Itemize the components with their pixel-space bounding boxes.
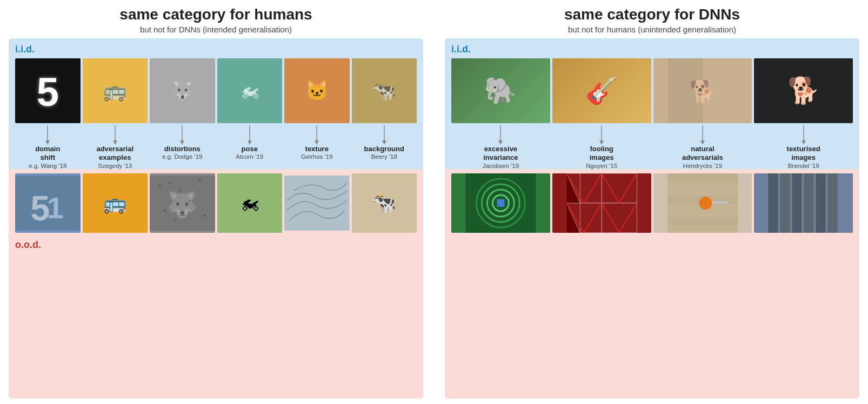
left-img-cow-top: 🐄: [352, 58, 417, 123]
left-iid-section: i.i.d. 5 5: [9, 38, 423, 170]
left-panel-title: same category for humans: [9, 5, 423, 24]
left-img-cat-icon: 🐱: [284, 58, 350, 123]
right-arrow-texturised: [754, 125, 853, 145]
svg-rect-59: [667, 217, 738, 226]
right-arrow-svg-3: [697, 125, 708, 145]
svg-marker-50: [602, 173, 637, 203]
left-arrow-pose: [217, 125, 283, 145]
left-col-texture: 🐱: [284, 58, 350, 123]
left-col-background: 🐄: [352, 58, 417, 123]
left-col-adversarial-bottom: 🚌: [83, 173, 148, 233]
left-col-domain-shift: 5 5: [15, 58, 81, 123]
arrow-svg-1: [42, 125, 53, 145]
svg-point-26: [204, 215, 206, 217]
svg-rect-55: [667, 173, 738, 183]
arrow-svg-6: [379, 125, 390, 145]
left-ref-background: Beery '18: [371, 153, 397, 160]
main-container: same category for humans but not for DNN…: [0, 0, 868, 404]
right-panel-subtitle: but not for humans (unintended generalis…: [445, 25, 859, 34]
right-lbl-invariance: excessiveinvariance: [483, 145, 518, 163]
right-arrow-svg-4: [798, 125, 809, 145]
svg-marker-8: [180, 140, 184, 145]
left-ood-label: o.o.d.: [15, 236, 417, 251]
svg-text:🐕: 🐕: [689, 78, 716, 104]
right-label-fooling: foolingimages Nguyen '15: [552, 125, 651, 170]
right-ref-fooling: Nguyen '15: [586, 163, 617, 169]
svg-rect-62: [712, 201, 728, 204]
left-img-moto-icon: 🏍: [217, 58, 283, 123]
left-img-husky-icon: 🐺: [150, 58, 215, 123]
right-img-pattern: [552, 173, 651, 233]
left-img-cow-icon: 🐄: [352, 58, 417, 123]
svg-rect-46: [497, 199, 504, 207]
svg-rect-67: [804, 173, 814, 233]
svg-text:5: 5: [37, 69, 59, 114]
right-ref-natural: Hendrycks '19: [683, 163, 723, 169]
left-img-digit-bottom: 5 1: [15, 173, 81, 233]
left-lbl-domain: domainshift: [35, 145, 60, 163]
right-label-texturised: texturisedimages Brendel '19: [754, 125, 853, 170]
svg-text:1: 1: [47, 191, 64, 225]
svg-marker-53: [602, 203, 637, 233]
left-col-pose: 🏍: [217, 58, 283, 123]
left-ref-adversarial: Szegedy '13: [98, 163, 132, 169]
left-col-background-bottom: 🐄: [352, 173, 417, 233]
right-arrow-invariance: [451, 125, 550, 145]
right-labels-row: excessiveinvariance Jacobsen '19 fooling…: [451, 125, 853, 170]
left-img-digit-top: 5 5: [15, 58, 81, 123]
left-labels-row: domainshift e.g. Wang '18 adversarialexa…: [15, 125, 417, 170]
arrow-svg-5: [311, 125, 322, 145]
right-iid-label: i.i.d.: [451, 44, 853, 55]
right-img-spiral: [451, 173, 550, 233]
right-top-images: 🐘 🎸: [451, 58, 853, 123]
svg-marker-10: [248, 140, 252, 145]
arrow-svg-4: [244, 125, 255, 145]
left-img-husky-bottom: 🐺: [150, 173, 215, 233]
left-arrow-texture: [284, 125, 350, 145]
left-label-background: background Beery '18: [352, 125, 417, 170]
left-lbl-background: background: [364, 145, 404, 154]
right-img-elephant: 🐘: [451, 58, 550, 123]
svg-rect-68: [816, 173, 826, 233]
left-col-domain-bottom: 5 1: [15, 173, 81, 233]
svg-marker-6: [113, 140, 117, 145]
left-iid-label: i.i.d.: [15, 44, 417, 55]
svg-point-20: [159, 185, 161, 187]
svg-marker-14: [382, 140, 386, 145]
left-label-domain: domainshift e.g. Wang '18: [15, 125, 81, 170]
right-label-invariance: excessiveinvariance Jacobsen '19: [451, 125, 550, 170]
right-col-object: [653, 173, 752, 233]
right-arrow-svg-1: [495, 125, 506, 145]
panel-separator: [432, 0, 436, 404]
left-col-distortions: 🐺: [150, 58, 215, 123]
left-col-adversarial: 🚌: [83, 58, 148, 123]
left-img-moto-top: 🏍: [217, 58, 283, 123]
spacer: [15, 169, 417, 173]
svg-marker-37: [700, 140, 705, 145]
left-pose-bottom-icon: 🏍: [217, 173, 283, 233]
left-arrow-domain: [15, 125, 81, 145]
right-panel-body: i.i.d. 🐘 🎸: [445, 38, 859, 399]
left-lbl-texture: texture: [305, 145, 329, 154]
right-img-guitar: 🎸: [552, 58, 651, 123]
right-img-abstract: 🐕: [653, 58, 752, 123]
right-img-dog-dark: 🐕: [754, 58, 853, 123]
svg-marker-39: [802, 140, 806, 145]
svg-point-61: [699, 197, 712, 210]
right-col-natural: 🐕: [653, 58, 752, 123]
svg-point-27: [174, 220, 176, 221]
arrow-svg-3: [177, 125, 188, 145]
left-arrow-adversarial: [83, 125, 148, 145]
svg-marker-35: [599, 140, 604, 145]
svg-rect-65: [780, 173, 790, 233]
left-ref-texture: Geirhos '19: [301, 153, 332, 160]
left-ood-section: 5 1 🚌: [9, 169, 423, 399]
svg-rect-66: [792, 173, 802, 233]
left-img-bus-bottom: 🚌: [83, 173, 148, 233]
left-bottom-images: 5 1 🚌: [15, 173, 417, 233]
svg-point-23: [199, 180, 201, 182]
right-arrow-fooling: [552, 125, 651, 145]
right-lbl-natural: naturaladversarials: [682, 145, 723, 163]
svg-rect-56: [667, 184, 738, 194]
left-img-pose-bottom: 🏍: [217, 173, 283, 233]
